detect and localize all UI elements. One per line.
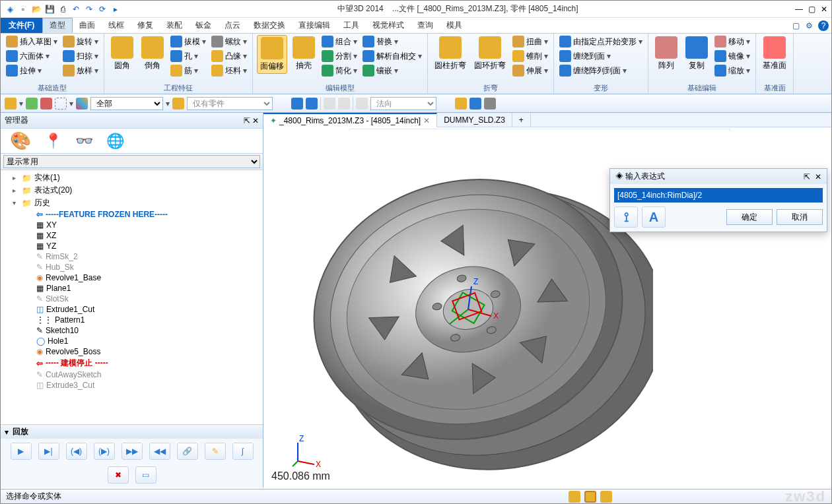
manager-tab-glasses-icon[interactable]: 👓 (75, 133, 93, 150)
open-icon[interactable]: 📂 (31, 4, 42, 15)
add-icon[interactable] (26, 98, 38, 110)
ribbon-筋[interactable]: 筋▾ (169, 64, 207, 77)
manager-tab-stamp-icon[interactable]: 📍 (44, 133, 62, 150)
ribbon-移动[interactable]: 移动▾ (713, 35, 751, 48)
tool5-icon[interactable] (356, 98, 368, 110)
tool4-icon[interactable] (338, 98, 350, 110)
ribbon-坯料[interactable]: 坯料▾ (210, 64, 248, 77)
tree-Pattern1[interactable]: ⋮⋮Pattern1 (1, 315, 263, 325)
ribbon-螺纹[interactable]: 螺纹▾ (210, 35, 248, 48)
tree-Hub_Sk[interactable]: ✎Hub_Sk (1, 262, 263, 272)
new-tab-button[interactable]: + (512, 113, 531, 127)
tree-RimSk_2[interactable]: ✎RimSk_2 (1, 251, 263, 262)
menutab-3[interactable]: 修复 (131, 18, 160, 33)
tree-SlotSk[interactable]: ✎SlotSk (1, 294, 263, 304)
ribbon-拉伸[interactable]: 拉伸▾ (5, 64, 59, 77)
close-icon[interactable]: ✕ (815, 172, 821, 181)
ribbon-分割[interactable]: 分割▾ (320, 49, 359, 63)
ribbon-抽壳[interactable]: 抽壳 (290, 35, 318, 73)
ribbon-简化[interactable]: 简化▾ (320, 64, 359, 77)
manager-tab-palette-icon[interactable]: 🎨 (10, 131, 31, 151)
pin-icon[interactable]: ⇱ (804, 172, 810, 181)
sb-icon3[interactable] (600, 491, 612, 503)
ribbon-由指定点开始变形[interactable]: 由指定点开始变形▾ (558, 35, 644, 48)
ribbon-镶嵌[interactable]: 镶嵌▾ (361, 64, 423, 77)
tree-XZ[interactable]: ▦XZ (1, 230, 263, 241)
ribbon-镜像[interactable]: 镜像▾ (713, 49, 751, 63)
ribbon-缠绕阵列到面[interactable]: 缠绕阵列到面▾ (558, 64, 644, 77)
cancel-button[interactable]: 取消 (777, 209, 823, 225)
layer-icon[interactable] (469, 98, 481, 110)
tree-Extrude1_Cut[interactable]: ◫Extrude1_Cut (1, 304, 263, 315)
menutab-8[interactable]: 直接编辑 (292, 18, 337, 33)
ribbon-圆角[interactable]: 圆角 (108, 35, 136, 73)
pin-icon[interactable]: ⇱ (244, 116, 250, 125)
tree-表达式(20)[interactable]: ▸📁表达式(20) (1, 184, 263, 197)
direction-select[interactable]: 法向 (370, 97, 436, 110)
tree-Hole1[interactable]: ◯Hole1 (1, 336, 263, 346)
ribbon-圆柱折弯[interactable]: 圆柱折弯 (432, 35, 469, 73)
tree-YZ[interactable]: ▦YZ (1, 241, 263, 251)
ribbon-面偏移[interactable]: 面偏移 (257, 35, 287, 74)
file-button[interactable]: 文件(F) (1, 18, 42, 33)
help-icon[interactable]: ? (818, 20, 829, 31)
sb-icon2[interactable] (584, 491, 596, 503)
screen-icon[interactable]: ▭ (135, 466, 156, 484)
ribbon-缠绕到面[interactable]: 缠绕到面▾ (558, 49, 644, 63)
ribbon-圆环折弯[interactable]: 圆环折弯 (471, 35, 508, 73)
menutab-12[interactable]: 模具 (440, 18, 469, 33)
menutab-5[interactable]: 钣金 (189, 18, 218, 33)
ribbon-扫掠[interactable]: 扫掠▾ (61, 49, 100, 63)
menutab-4[interactable]: 装配 (160, 18, 189, 33)
menutab-9[interactable]: 工具 (337, 18, 366, 33)
chevron-down-icon[interactable]: ▾ (19, 99, 23, 108)
save-icon[interactable]: 💾 (44, 4, 55, 15)
ff-icon[interactable]: ▶▶ (121, 443, 143, 460)
viewtab[interactable]: DUMMY_SLD.Z3 (437, 113, 512, 127)
select-icon[interactable] (5, 98, 17, 110)
maximize-icon[interactable]: ▢ (808, 5, 815, 14)
ribbon-放样[interactable]: 放样▾ (61, 64, 100, 77)
close-icon[interactable]: ✕ (252, 116, 259, 125)
menutab-0[interactable]: 造型 (42, 18, 73, 33)
print-icon[interactable]: ⎙ (57, 4, 68, 15)
tool3-icon[interactable] (324, 98, 335, 110)
measure-icon[interactable]: ⟟ (614, 206, 638, 228)
cube-icon[interactable] (172, 98, 184, 110)
sb-icon1[interactable] (569, 491, 580, 503)
expression-input[interactable] (614, 188, 823, 203)
tree-Extrude3_Cut[interactable]: ◫Extrude3_Cut (1, 380, 263, 391)
tree-实体(1)[interactable]: ▸📁实体(1) (1, 172, 263, 184)
tree-Revolve5_Boss[interactable]: ◉Revolve5_Boss (1, 346, 263, 357)
skip-back-icon[interactable]: (◀) (66, 443, 87, 460)
app-icon[interactable]: ◈ (5, 4, 15, 15)
minimize-icon[interactable]: — (795, 5, 803, 14)
tool2-icon[interactable] (306, 98, 318, 110)
menutab-2[interactable]: 线框 (102, 18, 131, 33)
tree------ 建模停止 -----[interactable]: ⇦----- 建模停止 ----- (1, 357, 263, 369)
ribbon-缩放[interactable]: 缩放▾ (713, 64, 751, 77)
step-fwd-icon[interactable]: ▶| (38, 443, 59, 460)
rew-icon[interactable]: ◀◀ (149, 443, 170, 460)
close-icon[interactable]: ✕ (423, 116, 430, 125)
ribbon-组合[interactable]: 组合▾ (320, 35, 359, 48)
redo-icon[interactable]: ↷ (84, 4, 94, 15)
tree-历史[interactable]: ▾📁历史 (1, 197, 263, 209)
new-icon[interactable]: ▫ (18, 4, 28, 15)
skip-fwd-icon[interactable]: (▶) (94, 443, 115, 460)
letter-a-icon[interactable]: A (642, 206, 666, 228)
play-icon[interactable]: ▶ (11, 443, 32, 460)
ribbon-解析自相交[interactable]: 解析自相交▾ (361, 49, 423, 63)
ribbon-替换[interactable]: 替换▾ (361, 35, 423, 48)
layer2-icon[interactable] (484, 98, 496, 110)
ribbon-插入草图[interactable]: 插入草图▾ (5, 35, 59, 48)
manager-tab-globe-icon[interactable]: 🌐 (106, 133, 124, 150)
ribbon-拔模[interactable]: 拔模▾ (169, 35, 207, 48)
ok-button[interactable]: 确定 (726, 209, 773, 225)
tree------FEATURE FROZEN HERE-----[interactable]: ⇦-----FEATURE FROZEN HERE----- (1, 209, 263, 220)
settings-icon[interactable]: ⚙ (802, 18, 815, 33)
boxselect-icon[interactable] (55, 98, 67, 110)
ribbon-伸展[interactable]: 伸展▾ (511, 64, 549, 77)
chevron-down-icon[interactable]: ▾ (69, 99, 73, 108)
ribbon-锥削[interactable]: 锥削▾ (511, 49, 549, 63)
